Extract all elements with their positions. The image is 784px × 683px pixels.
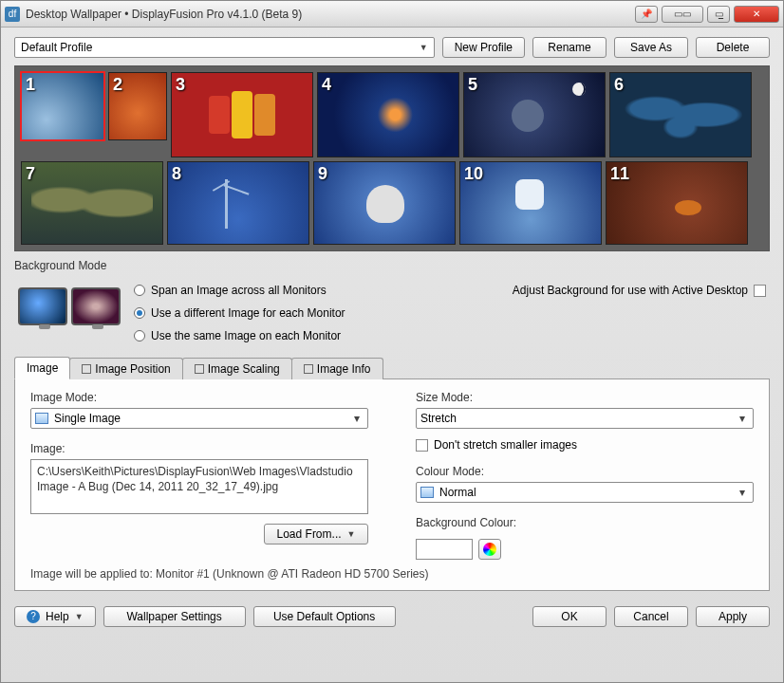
radio-icon <box>134 307 145 319</box>
dont-stretch-option[interactable]: Don't stretch smaller images <box>416 438 754 452</box>
tab-image-position[interactable]: Image Position <box>69 358 182 379</box>
monitor-thumb-8[interactable]: 8 <box>167 161 309 245</box>
colour-mode-label: Colour Mode: <box>416 465 754 478</box>
active-desktop-option[interactable]: Adjust Background for use with Active De… <box>513 284 766 297</box>
load-from-button[interactable]: Load From...▼ <box>264 524 368 545</box>
square-icon <box>195 364 204 374</box>
chevron-down-icon: ▾ <box>736 486 749 499</box>
monitor-thumb-5[interactable]: 5 <box>463 72 606 157</box>
active-desktop-label: Adjust Background for use with Active De… <box>513 284 748 297</box>
monitor-icon <box>18 287 67 325</box>
app-icon: df <box>5 7 20 22</box>
chevron-down-icon: ▾ <box>736 412 749 425</box>
size-mode-label: Size Mode: <box>416 391 754 404</box>
radio-icon <box>134 330 145 342</box>
colour-wheel-icon <box>483 543 496 556</box>
square-icon <box>82 364 91 374</box>
monitor-preview-icons <box>18 287 121 325</box>
checkbox-icon <box>416 439 428 452</box>
bg-colour-swatch[interactable] <box>416 539 473 560</box>
delete-button[interactable]: Delete <box>696 37 770 58</box>
size-mode-value: Stretch <box>420 412 457 425</box>
size-mode-select[interactable]: Stretch ▾ <box>416 408 754 429</box>
rename-button[interactable]: Rename <box>532 37 607 58</box>
chevron-down-icon: ▾ <box>350 412 364 425</box>
monitor-thumb-7[interactable]: 7 <box>21 161 163 245</box>
colour-mode-value: Normal <box>439 486 476 499</box>
square-icon <box>304 364 313 374</box>
radio-label: Use the same Image on each Monitor <box>151 329 341 342</box>
tabs-area: Image Image Position Image Scaling Image… <box>14 356 770 591</box>
image-icon <box>420 487 434 498</box>
ok-button[interactable]: OK <box>532 606 607 627</box>
saveas-button[interactable]: Save As <box>614 37 688 58</box>
radio-label: Use a different Image for each Monitor <box>151 306 345 320</box>
monitor-icon <box>71 287 121 325</box>
wallpaper-settings-button[interactable]: Wallpaper Settings <box>103 606 246 627</box>
help-button[interactable]: ?Help▼ <box>14 606 96 627</box>
background-mode-section: Background Mode Span an Image across all… <box>14 259 770 342</box>
bg-colour-label: Background Colour: <box>416 516 754 529</box>
checkbox-icon <box>754 285 766 297</box>
tab-image-scaling[interactable]: Image Scaling <box>182 358 292 379</box>
profile-select[interactable]: Default Profile ▼ <box>14 37 435 58</box>
monitor-thumb-3[interactable]: 3 <box>171 72 313 157</box>
background-mode-heading: Background Mode <box>14 259 770 272</box>
radio-each[interactable]: Use a different Image for each Monitor <box>134 306 345 320</box>
apply-button[interactable]: Apply <box>696 606 770 627</box>
profile-select-value: Default Profile <box>21 41 92 54</box>
image-path-field[interactable]: C:\Users\Keith\Pictures\DisplayFusion\We… <box>30 459 368 514</box>
titlebar: df Desktop Wallpaper • DisplayFusion Pro… <box>1 1 783 28</box>
image-label: Image: <box>30 442 368 455</box>
image-mode-label: Image Mode: <box>30 391 368 404</box>
monitor-thumb-6[interactable]: 6 <box>609 72 752 157</box>
chevron-down-icon: ▼ <box>347 525 356 544</box>
monitor-thumb-2[interactable]: 2 <box>108 72 167 140</box>
applied-to-note: Image will be applied to: Monitor #1 (Un… <box>30 567 754 581</box>
monitor-thumb-4[interactable]: 4 <box>317 72 459 157</box>
dont-stretch-label: Don't stretch smaller images <box>434 438 577 452</box>
monitor-thumb-1[interactable]: 1 <box>21 72 104 140</box>
app-window: df Desktop Wallpaper • DisplayFusion Pro… <box>0 0 784 683</box>
new-profile-button[interactable]: New Profile <box>442 37 525 58</box>
monitor-max-icon[interactable]: ▭̲ <box>707 6 730 23</box>
pin-icon[interactable]: 📌 <box>635 6 658 23</box>
colour-mode-select[interactable]: Normal ▾ <box>416 482 754 503</box>
close-button[interactable]: ✕ <box>734 6 779 23</box>
profile-row: Default Profile ▼ New Profile Rename Sav… <box>14 37 770 58</box>
monitor-thumbnails: 1 2 3 4 5 6 7 8 9 10 11 <box>14 65 770 251</box>
monitor-thumb-9[interactable]: 9 <box>313 161 456 245</box>
monitor-thumb-10[interactable]: 10 <box>459 161 602 245</box>
use-default-options-button[interactable]: Use Default Options <box>253 606 396 627</box>
image-mode-select[interactable]: Single Image ▾ <box>30 408 368 429</box>
radio-same[interactable]: Use the same Image on each Monitor <box>134 329 345 342</box>
tab-body-image: Image Mode: Single Image ▾ Image: C:\Use… <box>14 378 770 591</box>
monitor-thumb-11[interactable]: 11 <box>606 161 748 245</box>
radio-label: Span an Image across all Monitors <box>151 284 327 297</box>
tabstrip: Image Image Position Image Scaling Image… <box>14 356 770 378</box>
cancel-button[interactable]: Cancel <box>614 606 688 627</box>
tab-image[interactable]: Image <box>14 357 70 379</box>
radio-span[interactable]: Span an Image across all Monitors <box>134 284 345 297</box>
colour-picker-button[interactable] <box>478 539 501 560</box>
window-buttons: 📌 ▭▭ ▭̲ ✕ <box>635 6 779 23</box>
monitor-switch-icon[interactable]: ▭▭ <box>662 6 703 23</box>
image-mode-value: Single Image <box>54 412 121 425</box>
chevron-down-icon: ▼ <box>420 43 428 52</box>
tab-image-info[interactable]: Image Info <box>291 358 383 379</box>
footer-buttons: ?Help▼ Wallpaper Settings Use Default Op… <box>14 599 770 627</box>
radio-icon <box>134 285 145 296</box>
help-icon: ? <box>27 610 40 623</box>
image-icon <box>35 413 48 424</box>
window-title: Desktop Wallpaper • DisplayFusion Pro v4… <box>26 8 302 21</box>
chevron-down-icon: ▼ <box>75 607 84 626</box>
